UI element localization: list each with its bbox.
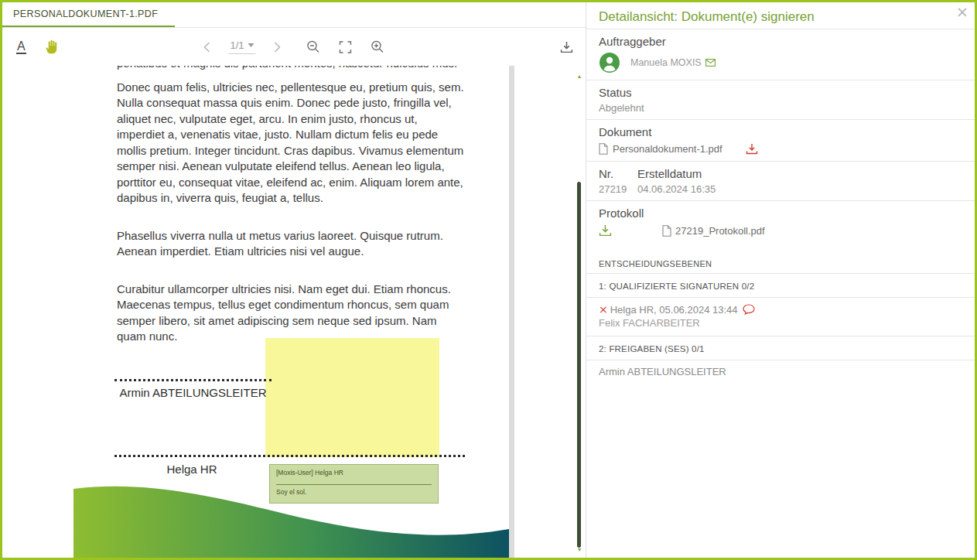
level-1-entry: × Helga HR, 05.06.2024 13:44 Felix FACHA… — [586, 298, 975, 336]
document-paragraph: Curabitur ullamcorper ultricies nisi. Na… — [117, 282, 466, 345]
mail-icon[interactable] — [705, 59, 716, 67]
protokoll-file-link[interactable]: 27219_Protokoll.pdf — [662, 225, 765, 237]
protokoll-filename: 27219_Protokoll.pdf — [675, 225, 765, 237]
status-label: Status — [599, 86, 962, 99]
scroll-up-icon[interactable]: ▴ — [575, 73, 584, 80]
level-2-entry-text: Armin ABTEILUNGSLEITER — [599, 366, 726, 377]
document-tabbar: PERSONALDOKUMENT-1.PDF — [2, 2, 586, 28]
panel-title: Detailansicht: Dokument(e) signieren — [599, 9, 962, 25]
next-page-button[interactable] — [275, 42, 281, 53]
pdf-page: penatibus et magnis dis parturient monte… — [73, 66, 514, 558]
chevron-left-icon — [203, 42, 210, 53]
scrollbar-thumb[interactable] — [577, 182, 581, 548]
document-paragraph-clipped: penatibus et magnis dis parturient monte… — [117, 66, 466, 72]
level-2-header: 2: FREIGABEN (SES) 0/1 — [586, 336, 975, 360]
download-document-button[interactable] — [560, 41, 573, 53]
signature-stamp-note: Soy el sol. — [270, 485, 438, 496]
close-icon[interactable]: × — [956, 3, 968, 20]
pdf-viewer: PERSONALDOKUMENT-1.PDF A 1/1 — [2, 2, 586, 558]
entscheidungsebenen-header: ENTSCHEIDUNGSEBENEN — [586, 244, 975, 274]
protokoll-label: Protokoll — [599, 207, 962, 220]
section-status: Status Abgelehnt — [586, 80, 975, 120]
detail-panel-header: Detailansicht: Dokument(e) signieren × — [586, 2, 975, 29]
document-paragraph: Phasellus viverra nulla ut metus varius … — [117, 228, 466, 260]
detail-panel: Detailansicht: Dokument(e) signieren × A… — [586, 2, 975, 558]
section-protokoll: Protokoll 27219_Protokoll.pdf — [586, 201, 975, 244]
section-dokument: Dokument Personaldokument-1.pdf — [586, 120, 975, 162]
auftraggeber-label: Auftraggeber — [599, 35, 962, 48]
download-dokument-icon[interactable] — [746, 143, 758, 155]
moxis-app-window: PERSONALDOKUMENT-1.PDF A 1/1 — [0, 0, 977, 560]
section-meta: Nr. Erstelldatum 27219 04.06.2024 16:35 — [586, 162, 975, 201]
document-text: penatibus et magnis dis parturient monte… — [73, 66, 509, 345]
erstelldatum-label: Erstelldatum — [637, 167, 962, 180]
fullscreen-icon — [339, 40, 353, 54]
signature-line-1 — [114, 379, 272, 381]
section-auftraggeber: Auftraggeber Manuela MOXIS — [586, 29, 975, 80]
document-file-icon — [662, 225, 671, 237]
page-indicator-value: 1/1 — [230, 39, 244, 51]
document-paragraph: Donec quam felis, ultricies nec, pellent… — [117, 80, 466, 207]
zoom-out-button[interactable] — [307, 40, 320, 53]
previous-page-button[interactable] — [203, 42, 210, 53]
comment-bubble-icon[interactable] — [743, 304, 755, 315]
level-1-header: 1: QUALIFIZIERTE SIGNATUREN 0/2 — [586, 274, 975, 298]
dokument-label: Dokument — [599, 125, 962, 138]
zoom-in-button[interactable] — [371, 40, 384, 53]
nr-value: 27219 — [599, 183, 637, 195]
chevron-right-icon — [275, 42, 281, 53]
rejected-icon: × — [599, 303, 608, 316]
signature-stamp: [Moxis-User] Helga HR Soy el sol. — [269, 464, 439, 504]
status-value: Abgelehnt — [599, 102, 962, 114]
zoom-out-icon — [307, 40, 320, 53]
dokument-filename: Personaldokument-1.pdf — [613, 143, 723, 155]
text-annotation-tool-button[interactable]: A — [16, 39, 26, 54]
scroll-down-icon[interactable]: ▾ — [575, 547, 584, 553]
zoom-in-icon — [371, 40, 384, 53]
pdf-file-icon — [599, 143, 608, 155]
nr-label: Nr. — [599, 167, 637, 180]
signature-stamp-user: [Moxis-User] Helga HR — [270, 465, 438, 476]
download-protokoll-icon[interactable] — [599, 224, 612, 237]
vertical-scrollbar[interactable]: ▴ ▾ — [575, 66, 584, 558]
hand-pan-tool-button[interactable] — [45, 39, 61, 55]
signature-line-1-label: Armin ABTEILUNGSLEITER — [114, 386, 272, 399]
avatar — [599, 52, 620, 73]
level-1-entry-text: Helga HR, 05.06.2024 13:44 — [610, 304, 738, 316]
level-1-entry-sub: Felix FACHARBEITER — [599, 317, 962, 329]
auftraggeber-name: Manuela MOXIS — [630, 57, 702, 68]
signature-line-2-label: Helga HR — [114, 463, 269, 476]
fit-to-screen-button[interactable] — [339, 40, 353, 54]
pdf-scroll-area: penatibus et magnis dis parturient monte… — [2, 66, 586, 558]
hand-icon — [45, 39, 61, 55]
download-icon — [560, 41, 573, 53]
level-2-entry: Armin ABTEILUNGSLEITER — [586, 360, 975, 384]
signature-line-2 — [114, 455, 465, 457]
page-indicator-dropdown[interactable]: 1/1 — [228, 39, 255, 54]
viewer-toolbar: A 1/1 — [2, 28, 586, 66]
chevron-down-icon — [248, 43, 254, 47]
erstelldatum-value: 04.06.2024 16:35 — [637, 183, 962, 195]
tab-personaldokument[interactable]: PERSONALDOKUMENT-1.PDF — [2, 2, 175, 27]
signature-field-highlight[interactable] — [265, 338, 439, 457]
